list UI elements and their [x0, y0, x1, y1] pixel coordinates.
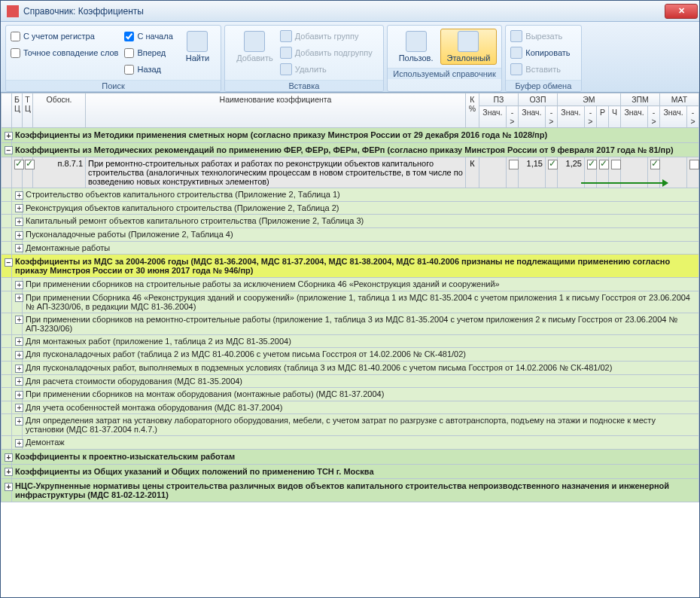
expand-icon[interactable]: +: [5, 453, 13, 462]
collapse-icon[interactable]: −: [5, 146, 13, 154]
group-row[interactable]: +НЦС-Укрупненные нормативы цены строител…: [2, 479, 699, 502]
expand-icon[interactable]: +: [15, 316, 23, 324]
expand-icon[interactable]: +: [15, 281, 23, 289]
book-reference-icon: [458, 31, 479, 52]
reference-ref-button[interactable]: Эталонный: [440, 29, 498, 65]
col-ozp[interactable]: ОЗП: [518, 93, 557, 106]
copy-button[interactable]: Копировать: [510, 45, 570, 60]
checkbox-b[interactable]: [14, 160, 24, 169]
expand-icon[interactable]: +: [15, 365, 23, 373]
checkbox[interactable]: [611, 160, 621, 169]
subgroup-row[interactable]: +Пусконаладочные работы (Приложение 2, Т…: [2, 227, 699, 241]
col-obosn[interactable]: Обосн.: [33, 93, 86, 128]
checkbox[interactable]: [509, 160, 519, 169]
grid-area: Б Ц Т Ц Обосн. Наименование коэффициента…: [1, 93, 699, 597]
expand-icon[interactable]: +: [15, 218, 23, 226]
col-zpm[interactable]: ЗПМ: [620, 93, 659, 106]
checkbox[interactable]: [548, 160, 558, 169]
opt-forward[interactable]: Вперед: [124, 45, 172, 60]
group-row-highlight[interactable]: −Коэффициенты из МДС за 2004-2006 годы (…: [2, 255, 699, 278]
cut-button: Вырезать: [510, 29, 570, 44]
expand-icon[interactable]: +: [15, 377, 23, 386]
delete-button: Удалить: [280, 62, 373, 77]
col-name[interactable]: Наименование коэффициента: [86, 93, 466, 128]
col-kpct[interactable]: К %: [465, 93, 479, 128]
expand-icon[interactable]: +: [15, 404, 23, 412]
add-button: Добавить: [230, 29, 280, 65]
checkbox[interactable]: [599, 160, 609, 169]
opt-register[interactable]: С учетом регистра: [11, 29, 118, 44]
subgroup-row[interactable]: +При применении Сборника 46 «Реконструкц…: [2, 291, 699, 313]
expand-icon[interactable]: +: [15, 391, 23, 399]
group-label-search: Поиск: [6, 80, 221, 91]
col-t[interactable]: Т Ц: [23, 93, 33, 128]
expand-icon[interactable]: +: [15, 244, 23, 252]
group-label-clipboard: Буфер обмена: [506, 80, 580, 91]
find-button[interactable]: Найти: [179, 29, 216, 65]
opt-exact[interactable]: Точное совпадение слов: [11, 45, 118, 60]
binoculars-icon: [187, 31, 208, 52]
subgroup-row[interactable]: +Капитальный ремонт объектов капитальног…: [2, 215, 699, 228]
close-button[interactable]: ✕: [665, 4, 698, 19]
subgroup-row[interactable]: +Для пусконаладочных работ (таблица 2 из…: [2, 348, 699, 362]
expand-icon[interactable]: +: [15, 337, 23, 346]
opt-fromstart[interactable]: С начала: [124, 29, 172, 44]
plus-icon: [244, 31, 265, 52]
subgroup-row[interactable]: +Для учета особенностей монтажа оборудов…: [2, 401, 699, 414]
group-row[interactable]: −Коэффициенты из Методических рекомендац…: [2, 142, 699, 157]
ribbon-group-refbook: Пользов. Эталонный Используемый справочн…: [387, 25, 503, 92]
expand-icon[interactable]: +: [5, 468, 13, 476]
ribbon: С учетом регистра Точное совпадение слов…: [1, 22, 699, 93]
checkbox[interactable]: [689, 160, 699, 169]
expand-icon[interactable]: +: [15, 231, 23, 240]
expand-icon[interactable]: +: [15, 351, 23, 359]
add-group-button: Добавить группу: [280, 29, 373, 44]
paste-icon: [510, 63, 522, 75]
paste-button: Вставить: [510, 62, 570, 77]
cell-k: К: [465, 157, 479, 188]
subgroup-row[interactable]: +При применении сборников на строительны…: [2, 278, 699, 291]
checkbox[interactable]: [587, 160, 597, 169]
expand-icon[interactable]: +: [15, 191, 23, 200]
reference-window: Справочник: Коэффициенты ✕ С учетом реги…: [0, 0, 700, 598]
user-ref-button[interactable]: Пользов.: [392, 29, 440, 65]
col-em[interactable]: ЭМ: [557, 93, 620, 106]
cell-name: При ремонтно-строительных работах и рабо…: [86, 157, 466, 188]
subgroup-row[interactable]: +Строительство объектов капитального стр…: [2, 188, 699, 202]
expand-icon[interactable]: +: [15, 439, 23, 447]
expand-icon[interactable]: +: [5, 132, 13, 140]
expand-icon[interactable]: +: [15, 204, 23, 212]
x-icon: [280, 63, 292, 75]
subgroup-row[interactable]: +Для определения затрат на установку лаб…: [2, 414, 699, 436]
col-b[interactable]: Б Ц: [12, 93, 23, 128]
ribbon-group-insert: Добавить Добавить группу Добавить подгру…: [224, 25, 383, 92]
group-label-insert: Вставка: [225, 80, 382, 91]
subgroup-row[interactable]: +Демонтаж: [2, 436, 699, 450]
annotation-arrow: [581, 182, 668, 184]
app-icon: [7, 5, 19, 17]
checkbox[interactable]: [650, 160, 660, 169]
titlebar: Справочник: Коэффициенты ✕: [1, 1, 699, 22]
group-row[interactable]: +Коэффициенты из Общих указаний и Общих …: [2, 464, 699, 479]
book-user-icon: [406, 31, 427, 52]
subgroup-row[interactable]: +При применении сборников на ремонтно-ст…: [2, 313, 699, 334]
cell-obosn: п.8.7.1: [33, 157, 86, 188]
col-mat[interactable]: МАТ: [660, 93, 699, 106]
group-row[interactable]: +Коэффициенты из Методики применения сме…: [2, 128, 699, 143]
checkbox-t[interactable]: [25, 160, 35, 169]
expand-icon[interactable]: +: [15, 294, 23, 302]
subgroup-row[interactable]: +Для расчета стоимости оборудования (МДС…: [2, 374, 699, 388]
expand-icon[interactable]: +: [15, 417, 23, 426]
ribbon-group-search: С учетом регистра Точное совпадение слов…: [5, 25, 221, 92]
opt-back[interactable]: Назад: [124, 62, 172, 77]
collapse-icon[interactable]: −: [5, 258, 13, 267]
subgroup-row[interactable]: +Демонтажные работы: [2, 241, 699, 255]
expand-icon[interactable]: +: [5, 483, 13, 491]
subgroup-row[interactable]: +Для монтажных работ (приложение 1, табл…: [2, 334, 699, 348]
col-pz[interactable]: ПЗ: [479, 93, 518, 106]
subgroup-row[interactable]: +Реконструкция объектов капитального стр…: [2, 201, 699, 215]
plus-folder-icon: [280, 30, 292, 42]
group-row[interactable]: +Коэффициенты к проектно-изыскательским …: [2, 449, 699, 464]
subgroup-row[interactable]: +Для пусконаладочных работ, выполняемых …: [2, 361, 699, 374]
subgroup-row[interactable]: +При применении сборников на монтаж обор…: [2, 388, 699, 401]
